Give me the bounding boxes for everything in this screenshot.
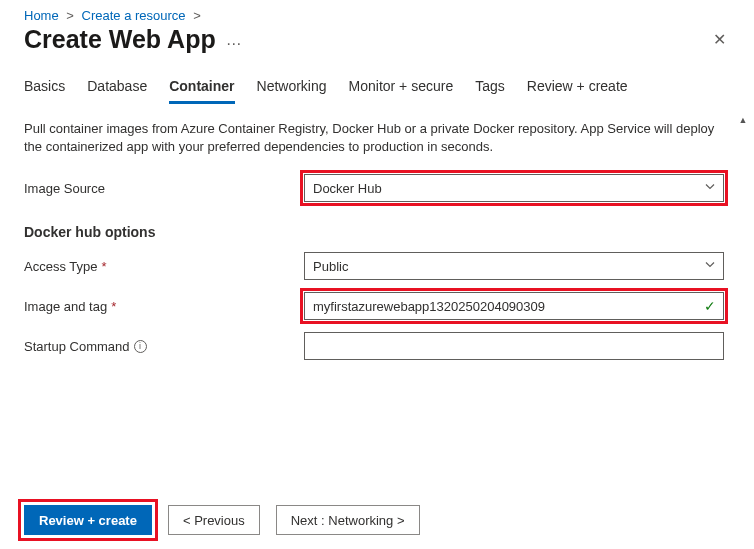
select-access-type[interactable]: Public [304,252,724,280]
tab-database[interactable]: Database [87,72,147,104]
label-image-and-tag: Image and tag* [24,299,304,314]
tab-bar: Basics Database Container Networking Mon… [24,72,730,104]
chevron-right-icon: > [193,8,201,23]
breadcrumb-home[interactable]: Home [24,8,59,23]
label-startup-command: Startup Command i [24,339,304,354]
tab-review-create[interactable]: Review + create [527,72,628,104]
tab-basics[interactable]: Basics [24,72,65,104]
row-image-and-tag: Image and tag* myfirstazurewebapp1320250… [24,292,730,320]
breadcrumb-create-resource[interactable]: Create a resource [82,8,186,23]
input-image-and-tag[interactable]: myfirstazurewebapp1320250204090309 [304,292,724,320]
breadcrumb: Home > Create a resource > [0,0,754,25]
check-icon: ✓ [704,298,716,314]
input-startup-command[interactable] [304,332,724,360]
footer-actions: Review + create < Previous Next : Networ… [0,493,754,549]
label-access-type: Access Type* [24,259,304,274]
required-indicator: * [111,299,116,314]
description-text: Pull container images from Azure Contain… [24,120,724,156]
previous-button[interactable]: < Previous [168,505,260,535]
tab-container[interactable]: Container [169,72,234,104]
tab-monitor-secure[interactable]: Monitor + secure [349,72,454,104]
next-button[interactable]: Next : Networking > [276,505,420,535]
more-icon[interactable]: … [226,31,243,49]
review-create-button[interactable]: Review + create [24,505,152,535]
row-access-type: Access Type* Public [24,252,730,280]
info-icon[interactable]: i [134,340,147,353]
close-icon[interactable]: ✕ [709,26,730,53]
page-title: Create Web App [24,25,216,54]
tab-networking[interactable]: Networking [257,72,327,104]
scrollbar[interactable]: ▲ [735,115,751,485]
scroll-up-icon[interactable]: ▲ [735,115,751,125]
row-startup-command: Startup Command i [24,332,730,360]
tab-tags[interactable]: Tags [475,72,505,104]
label-image-source: Image Source [24,181,304,196]
chevron-right-icon: > [66,8,74,23]
title-row: Create Web App … ✕ [0,25,754,72]
required-indicator: * [101,259,106,274]
row-image-source: Image Source Docker Hub [24,174,730,202]
section-docker-hub-options: Docker hub options [24,224,730,240]
select-image-source[interactable]: Docker Hub [304,174,724,202]
